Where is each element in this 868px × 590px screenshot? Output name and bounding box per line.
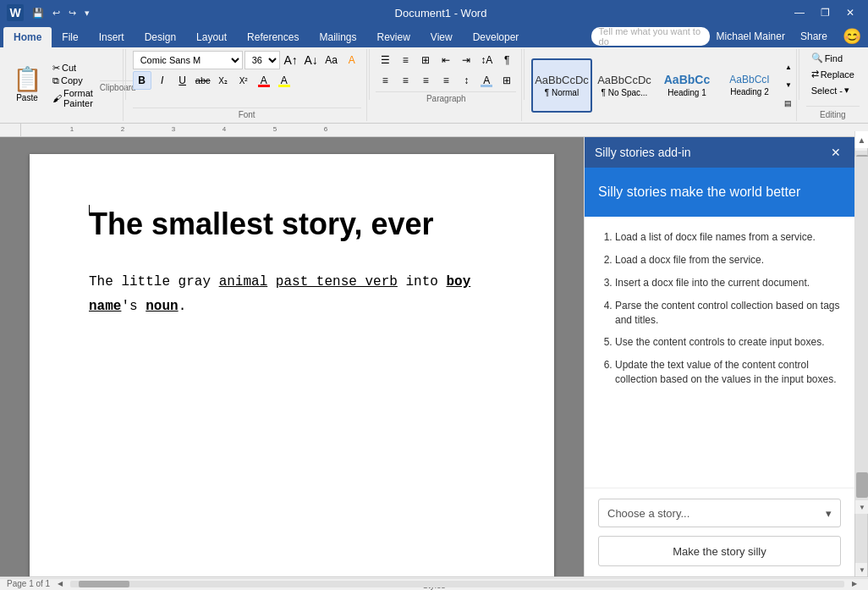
shrink-font-btn[interactable]: A↓ <box>302 51 321 69</box>
scroll-down-btn[interactable]: ▼ <box>855 563 868 576</box>
search-icon: 🔍 <box>811 52 823 63</box>
copy-button[interactable]: ⧉ Copy <box>49 74 96 87</box>
restore-btn[interactable]: ❐ <box>814 4 836 21</box>
style-heading2[interactable]: AaBbCcI Heading 2 <box>719 58 780 113</box>
grow-font-btn[interactable]: A↑ <box>282 51 300 69</box>
story-dropdown[interactable]: Choose a story... ▾ <box>598 499 841 527</box>
font-size-select[interactable]: 36 <box>244 51 280 69</box>
align-left-btn[interactable]: ≡ <box>376 71 394 90</box>
redo-btn[interactable]: ↪ <box>65 6 80 20</box>
underline-button[interactable]: U <box>173 71 192 90</box>
body-link-boy: boy <box>446 274 470 289</box>
styles-down-btn[interactable]: ▼ <box>782 77 795 94</box>
text-color-button[interactable]: A <box>255 71 273 90</box>
scroll-thumb-h[interactable] <box>79 581 129 587</box>
clear-format-btn[interactable]: Aa <box>322 51 341 69</box>
title-bar-left: W 💾 ↩ ↪ ▾ <box>7 4 93 21</box>
borders-btn[interactable]: ⊞ <box>497 71 516 90</box>
superscript-button[interactable]: X² <box>234 71 253 90</box>
sort-btn[interactable]: ↕A <box>477 51 496 69</box>
user-name: Michael Mainer <box>717 30 785 42</box>
styles-expand-btn[interactable]: ▤ <box>782 95 795 112</box>
multilevel-btn[interactable]: ⊞ <box>416 51 435 69</box>
style-h2-label: Heading 2 <box>730 87 769 96</box>
make-silly-button[interactable]: Make the story silly <box>598 536 841 566</box>
panel-footer: Choose a story... ▾ Make the story silly <box>585 488 854 576</box>
styles-up-btn[interactable]: ▲ <box>782 59 795 76</box>
font-controls: Comic Sans M 36 A↑ A↓ Aa A B I U abc X₂ … <box>133 51 361 106</box>
replace-icon: ⇄ <box>811 69 819 80</box>
tab-mailings[interactable]: Mailings <box>309 27 366 47</box>
align-right-btn[interactable]: ≡ <box>416 71 435 90</box>
window-title: Document1 - Word <box>93 7 788 19</box>
editing-group: 🔍 Find ⇄ Replace Select - ▾ Editing <box>801 49 865 121</box>
align-center-btn[interactable]: ≡ <box>396 71 415 90</box>
panel-close-btn[interactable]: ✕ <box>827 144 844 161</box>
body-text-5: . <box>179 299 187 314</box>
select-button[interactable]: Select - ▾ <box>806 83 860 97</box>
style-heading1[interactable]: AaBbCc Heading 1 <box>656 58 717 113</box>
undo-btn[interactable]: ↩ <box>49 6 63 20</box>
style-no-space[interactable]: AaBbCcDc ¶ No Spac... <box>594 58 655 113</box>
bullets-btn[interactable]: ☰ <box>376 51 394 69</box>
tab-file[interactable]: File <box>52 27 88 47</box>
customize-btn[interactable]: ▾ <box>81 6 93 20</box>
panel-banner: Silly stories make the world better <box>585 168 854 217</box>
numbering-btn[interactable]: ≡ <box>396 51 415 69</box>
document-body[interactable]: The little gray animal past tense verb i… <box>89 270 495 319</box>
tab-view[interactable]: View <box>420 27 463 47</box>
horizontal-scrollbar[interactable] <box>70 581 844 587</box>
body-link-noun: noun <box>146 299 178 314</box>
italic-button[interactable]: I <box>153 71 172 90</box>
tab-insert[interactable]: Insert <box>89 27 135 47</box>
paste-button[interactable]: 📋 Paste <box>8 64 46 106</box>
justify-btn[interactable]: ≡ <box>437 71 455 90</box>
emoji-icon[interactable]: 😊 <box>843 27 861 46</box>
panel-content-scroll[interactable]: Load a list of docx file names from a se… <box>585 217 854 488</box>
list-item: Insert a docx file into the current docu… <box>615 276 841 290</box>
bold-button[interactable]: B <box>133 71 151 90</box>
select-dropdown-icon: ▾ <box>844 85 849 96</box>
share-button[interactable]: Share <box>792 28 836 45</box>
panel-list: Load a list of docx file names from a se… <box>598 230 841 386</box>
shading-btn[interactable]: A <box>477 71 496 90</box>
minimize-btn[interactable]: — <box>788 4 810 21</box>
format-painter-button[interactable]: 🖌 Format Painter <box>49 87 96 109</box>
style-normal[interactable]: AaBbCcDc ¶ Normal <box>531 58 592 113</box>
story-dropdown-placeholder: Choose a story... <box>607 507 689 520</box>
close-btn[interactable]: ✕ <box>839 4 861 21</box>
tab-layout[interactable]: Layout <box>186 27 237 47</box>
styles-group: AaBbCcDc ¶ Normal AaBbCcDc ¶ No Spac... … <box>526 49 797 121</box>
clipboard-group: 📋 Paste ✂ Cut ⧉ Copy 🖌 Format Painter Cl… <box>3 49 124 121</box>
line-spacing-btn[interactable]: ↕ <box>457 71 475 90</box>
tab-review[interactable]: Review <box>366 27 420 47</box>
highlight-color-button[interactable]: A <box>275 71 294 90</box>
paste-icon: 📋 <box>13 68 42 91</box>
quick-access-toolbar: 💾 ↩ ↪ ▾ <box>29 6 93 20</box>
save-btn[interactable]: 💾 <box>29 6 47 20</box>
document-page[interactable]: The smallest story, ever The little gray… <box>30 154 554 576</box>
font-family-select[interactable]: Comic Sans M <box>133 51 243 69</box>
text-effects-btn[interactable]: A <box>343 51 361 69</box>
increase-indent-btn[interactable]: ⇥ <box>457 51 475 69</box>
tell-me-input[interactable]: Tell me what you want to do <box>591 27 710 46</box>
tab-design[interactable]: Design <box>135 27 186 47</box>
tab-references[interactable]: References <box>237 27 309 47</box>
decrease-indent-btn[interactable]: ⇤ <box>437 51 455 69</box>
cut-button[interactable]: ✂ Cut <box>49 62 96 74</box>
editing-label: Editing <box>806 106 860 119</box>
body-link-name: name <box>89 299 121 314</box>
tab-home[interactable]: Home <box>3 27 52 47</box>
strikethrough-button[interactable]: abc <box>194 71 212 90</box>
sep4 <box>799 49 799 100</box>
show-marks-btn[interactable]: ¶ <box>497 51 516 69</box>
tab-developer[interactable]: Developer <box>463 27 530 47</box>
style-h2-preview: AaBbCcI <box>729 74 769 85</box>
panel-header: Silly stories add-in ✕ <box>585 137 854 168</box>
subscript-button[interactable]: X₂ <box>214 71 233 90</box>
paragraph-group: ☰ ≡ ⊞ ⇤ ⇥ ↕A ¶ ≡ ≡ ≡ ≡ ↕ A ⊞ Paragraph <box>371 49 522 121</box>
paragraph-label: Paragraph <box>376 91 516 103</box>
dropdown-arrow-icon: ▾ <box>826 507 832 520</box>
replace-button[interactable]: ⇄ Replace <box>806 67 860 81</box>
find-button[interactable]: 🔍 Find <box>806 51 860 65</box>
